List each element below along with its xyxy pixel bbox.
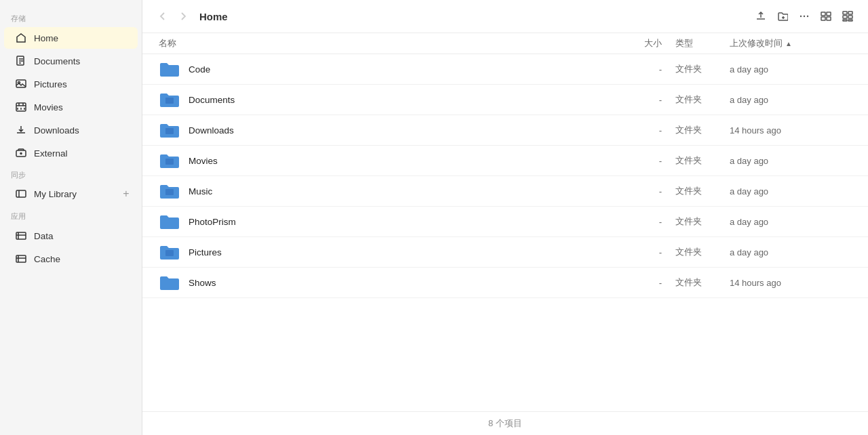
new-folder-button[interactable] (773, 7, 792, 26)
sidebar-item-pictures[interactable]: Pictures (4, 73, 138, 95)
sidebar-item-external-label: External (34, 148, 68, 159)
svg-rect-31 (843, 16, 847, 18)
file-name-text: Code (189, 64, 210, 75)
sidebar-item-cache[interactable]: Cache (4, 248, 138, 270)
svg-rect-36 (165, 128, 174, 134)
sidebar-item-data-label: Data (34, 231, 54, 241)
grid-view-button[interactable] (838, 7, 857, 26)
svg-rect-3 (16, 103, 26, 111)
sidebar-item-data[interactable]: Data (4, 225, 138, 247)
sidebar-item-documents-label: Documents (34, 56, 80, 66)
file-size-cell: - (594, 64, 662, 75)
item-count: 8 个项目 (488, 418, 522, 428)
file-name-cell: Shows (159, 273, 594, 292)
pictures-icon (15, 78, 27, 90)
file-type-cell: 文件夹 (662, 124, 730, 136)
svg-rect-12 (16, 190, 26, 197)
svg-rect-14 (16, 232, 26, 239)
toolbar: Home (142, 0, 868, 33)
sidebar-item-downloads[interactable]: Downloads (4, 119, 138, 141)
downloads-icon (15, 124, 27, 136)
sidebar-item-cache-label: Cache (34, 254, 60, 264)
file-name-text: Shows (189, 278, 216, 288)
back-button[interactable] (153, 7, 172, 26)
svg-rect-10 (16, 150, 26, 157)
table-row[interactable]: Shows - 文件夹 14 hours ago (142, 268, 868, 298)
file-modified-cell: 14 hours ago (730, 125, 852, 136)
file-type-cell: 文件夹 (662, 185, 730, 197)
library-icon (15, 188, 27, 200)
file-list-header: 名称 大小 类型 上次修改时间 ▲ (142, 33, 868, 54)
list-view-button[interactable] (816, 7, 835, 26)
file-size-cell: - (594, 156, 662, 166)
app-section-label: 应用 (0, 206, 142, 224)
add-library-button[interactable]: + (120, 188, 132, 200)
documents-icon (15, 55, 27, 67)
folder-icon (159, 212, 180, 231)
sidebar-item-movies[interactable]: Movies (4, 96, 138, 118)
upload-button[interactable] (751, 7, 770, 26)
main-content: Home (142, 0, 868, 435)
col-header-name: 名称 (159, 37, 594, 49)
table-row[interactable]: Music - 文件夹 a day ago (142, 176, 868, 207)
svg-rect-33 (843, 20, 847, 21)
svg-point-23 (804, 16, 805, 17)
sidebar-item-home[interactable]: Home (4, 27, 138, 49)
folder-icon (159, 273, 180, 292)
table-row[interactable]: Code - 文件夹 a day ago (142, 54, 868, 85)
home-icon (15, 32, 27, 44)
file-modified-cell: a day ago (730, 64, 852, 75)
table-row[interactable]: Documents - 文件夹 a day ago (142, 85, 868, 115)
file-name-cell: PhotoPrism (159, 212, 594, 231)
file-name-cell: Downloads (159, 121, 594, 140)
file-type-cell: 文件夹 (662, 276, 730, 289)
file-name-text: Downloads (189, 125, 234, 136)
folder-icon (159, 121, 180, 140)
file-size-cell: - (594, 217, 662, 227)
file-name-text: Movies (189, 156, 218, 166)
folder-icon (159, 243, 180, 262)
folder-icon (159, 151, 180, 170)
svg-rect-26 (827, 12, 831, 16)
table-row[interactable]: Movies - 文件夹 a day ago (142, 146, 868, 176)
file-size-cell: - (594, 95, 662, 105)
file-size-cell: - (594, 186, 662, 196)
file-modified-cell: a day ago (730, 186, 852, 196)
file-size-cell: - (594, 278, 662, 288)
storage-section-label: 存储 (0, 8, 142, 26)
sidebar-item-external[interactable]: External (4, 142, 138, 164)
file-list: 名称 大小 类型 上次修改时间 ▲ Code - 文件夹 a day ago (142, 33, 868, 411)
page-title: Home (199, 11, 747, 22)
file-name-text: Music (189, 186, 212, 196)
svg-rect-27 (821, 17, 825, 20)
table-row[interactable]: Downloads - 文件夹 14 hours ago (142, 115, 868, 146)
forward-button[interactable] (174, 7, 193, 26)
sidebar-item-my-library[interactable]: My Library (4, 183, 120, 205)
file-name-cell: Music (159, 182, 594, 201)
table-row[interactable]: PhotoPrism - 文件夹 a day ago (142, 207, 868, 237)
file-type-cell: 文件夹 (662, 215, 730, 228)
file-name-text: Documents (189, 95, 235, 105)
svg-rect-39 (165, 250, 174, 256)
folder-icon (159, 182, 180, 201)
table-row[interactable]: Pictures - 文件夹 a day ago (142, 237, 868, 268)
svg-rect-35 (165, 98, 174, 104)
col-header-type: 类型 (662, 37, 730, 49)
file-name-cell: Documents (159, 90, 594, 109)
more-button[interactable] (795, 7, 814, 26)
sidebar-item-pictures-label: Pictures (34, 79, 67, 89)
col-header-size: 大小 (594, 37, 662, 49)
data-icon (15, 230, 27, 242)
file-type-cell: 文件夹 (662, 63, 730, 75)
sidebar-item-documents[interactable]: Documents (4, 50, 138, 72)
file-modified-cell: a day ago (730, 247, 852, 257)
file-name-text: PhotoPrism (189, 217, 236, 227)
sidebar: 存储 Home Documents Pictures (0, 0, 142, 435)
svg-point-22 (800, 16, 802, 17)
file-name-cell: Code (159, 60, 594, 79)
file-size-cell: - (594, 247, 662, 257)
file-rows-container: Code - 文件夹 a day ago Documents - 文件夹 a d… (142, 54, 868, 298)
sidebar-item-home-label: Home (34, 33, 58, 43)
svg-point-24 (807, 16, 808, 17)
sync-section-label: 同步 (11, 170, 26, 180)
